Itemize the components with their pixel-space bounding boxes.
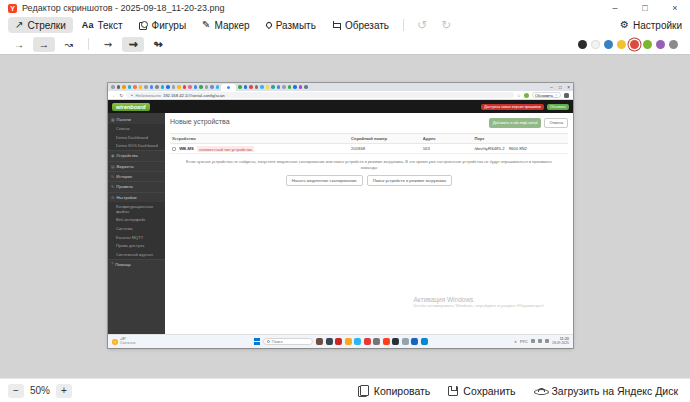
browser-tab[interactable] [271,85,275,89]
browser-maximize-button[interactable]: □ [559,85,562,90]
browser-tab[interactable] [128,85,132,89]
table-row[interactable]: WB-MS неизвестный тип устройства 201868 … [170,144,568,154]
browser-tab[interactable] [205,85,209,89]
taskbar-app-6[interactable] [373,338,380,345]
tool-marker[interactable]: ✎ Маркер [195,17,257,33]
sidebar-item-3[interactable]: Demo SVG Dashboard [108,142,165,151]
sidebar-item-9[interactable]: Конфигурационные файлы [108,202,165,216]
browser-tab[interactable] [166,85,170,89]
sidebar-item-5[interactable]: ▤Виджеты [108,161,165,171]
browser-tab[interactable] [244,85,248,89]
save-button[interactable]: Сохранить [448,385,515,397]
sidebar-item-12[interactable]: Каналы MQTT [108,233,165,242]
url-box[interactable]: ▲ Небезопасно 192.168.42.1/#/serial-conf… [126,92,514,99]
profile-icon[interactable] [564,93,569,98]
browser-close-button[interactable]: × [567,85,570,90]
taskbar-app-11[interactable] [421,338,428,345]
tray-caret-icon[interactable]: ∧ [514,339,517,344]
color-swatch-4[interactable] [630,40,639,49]
language-indicator[interactable]: РУС [520,339,528,344]
start-button[interactable] [253,338,260,345]
battery-icon[interactable] [545,339,549,343]
color-swatch-5[interactable] [643,40,652,49]
taskbar-app-3[interactable] [345,338,352,345]
browser-tab[interactable] [255,85,259,89]
taskbar-app-1[interactable] [326,338,333,345]
taskbar-app-2[interactable] [335,338,342,345]
undo-button[interactable]: ↺ [411,18,433,32]
taskbar-app-10[interactable] [411,338,418,345]
color-swatch-3[interactable] [617,40,626,49]
tool-crop[interactable]: Обрезать [325,17,396,33]
browser-tab[interactable] [133,85,137,89]
color-swatch-0[interactable] [578,40,587,49]
weather-widget[interactable]: +9° Солнечно [112,337,135,345]
browser-tab[interactable] [111,85,115,89]
bootloader-scan-button[interactable]: Поиск устройств в режиме загрузчика [367,175,452,186]
yandex-disk-upload-button[interactable]: Загрузить на Яндекс Диск [534,385,678,397]
browser-tab[interactable] [304,85,308,89]
taskbar-search[interactable]: Поиск [263,338,313,346]
sidebar-item-13[interactable]: Права доступа [108,241,165,250]
browser-tab[interactable] [177,85,181,89]
bookmark-star-icon[interactable]: ☆ [517,93,521,98]
browser-tab[interactable] [277,85,281,89]
sidebar-item-7[interactable]: ✎Правила [108,181,165,191]
editor-canvas[interactable]: – □ × ← ↻ ▲ Небезопасно 192.168.42.1/#/s… [0,54,690,378]
browser-tab[interactable] [150,85,154,89]
arrow-style-2[interactable]: ↝ [58,37,80,52]
copy-button[interactable]: Копировать [358,385,431,397]
browser-tab-active[interactable] [221,84,236,91]
browser-tab[interactable] [216,85,220,89]
add-to-serial-button[interactable]: Добавить в wb-mqtt-serial [489,118,542,128]
maximize-button[interactable]: □ [630,0,660,16]
sidebar-item-1[interactable]: Список [108,124,165,133]
browser-minimize-button[interactable]: – [550,85,553,90]
zoom-in-button[interactable]: + [56,384,72,398]
tool-text[interactable]: Аа Текст [75,17,130,33]
taskbar-app-5[interactable] [364,338,371,345]
browser-tab[interactable] [183,85,187,89]
close-button[interactable]: × [660,0,690,16]
color-swatch-7[interactable] [669,40,678,49]
browser-tab[interactable] [139,85,143,89]
browser-tab[interactable] [260,85,264,89]
taskbar-app-8[interactable] [392,338,399,345]
tool-arrows[interactable]: ↗ Стрелки [8,17,73,33]
browser-tab[interactable] [282,85,286,89]
tool-blur[interactable]: Размыть [259,17,323,33]
arrow-style-1[interactable]: → [33,37,55,52]
sidebar-item-4[interactable]: ◉Устройства [108,150,165,160]
arrow-style-6[interactable]: ↬ [147,37,169,52]
color-swatch-6[interactable] [656,40,665,49]
screenshot-image[interactable]: – □ × ← ↻ ▲ Небезопасно 192.168.42.1/#/s… [108,83,573,348]
browser-tab[interactable] [161,85,165,89]
sidebar-item-2[interactable]: Demo Dashboard [108,133,165,142]
taskbar-clock[interactable]: 11:20 18.09.2025 [552,337,569,345]
color-swatch-2[interactable] [604,40,613,49]
device-checkbox[interactable] [172,147,176,151]
settings-button[interactable]: ⚙ Настройки [620,20,682,31]
browser-tab[interactable] [188,85,192,89]
taskbar-app-0[interactable] [316,338,323,345]
browser-tab[interactable] [194,85,198,89]
reload-icon[interactable]: ↻ [120,93,124,98]
browser-tab[interactable] [210,85,214,89]
browser-tab[interactable] [172,85,176,89]
zoom-out-button[interactable]: − [8,384,24,398]
sidebar-item-10[interactable]: Веб-интерфейс [108,216,165,225]
sidebar-item-8[interactable]: ⚙Настройки [108,192,165,202]
browser-update-button[interactable]: Обновить ⋮ [532,92,561,99]
browser-tab[interactable] [288,85,292,89]
extension-avatar-icon[interactable] [524,93,529,98]
browser-tab[interactable] [238,85,242,89]
browser-tab[interactable] [155,85,159,89]
browser-tab[interactable] [122,85,126,89]
browser-tab[interactable] [199,85,203,89]
cancel-button[interactable]: Отмена [544,118,568,128]
slow-scan-button[interactable]: Начать медленное сканирование [286,175,363,186]
taskbar-app-9[interactable] [402,338,409,345]
redo-button[interactable]: ↻ [435,18,457,32]
arrow-style-5[interactable]: ⇝ [122,37,144,52]
tool-shapes[interactable]: Фигуры [132,17,193,33]
